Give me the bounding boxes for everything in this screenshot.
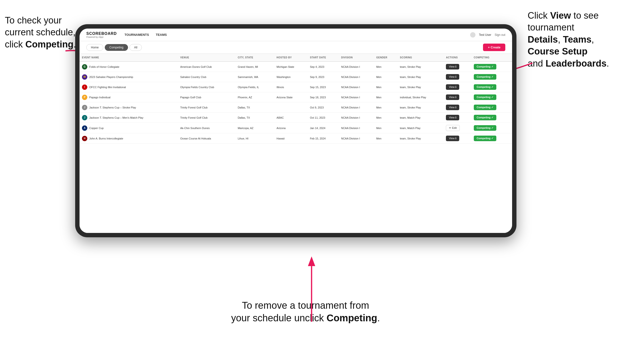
col-city-state: CITY, STATE <box>235 54 274 61</box>
create-button[interactable]: + Create <box>483 44 505 51</box>
event-name-cell-7: H John A. Burns Intercollegiate <box>80 133 178 144</box>
hosted-by-cell: ABAC <box>274 113 308 123</box>
hosted-by-cell: Hawaii <box>274 133 308 144</box>
annotation-top-right: Click View to see tournament Details, Te… <box>528 10 639 69</box>
edit-button[interactable]: ✏ Edit <box>446 125 460 131</box>
venue-cell: Trinity Forest Golf Club <box>178 113 235 123</box>
city-state-cell: Sammamish, WA <box>235 72 274 82</box>
start-date-cell: Sep 18, 2023 <box>308 92 339 102</box>
competing-button[interactable]: Competing ✓ <box>474 84 496 90</box>
filter-tab-competing[interactable]: Competing <box>105 44 128 51</box>
scoring-cell: team, Stroke Play <box>398 72 444 82</box>
competing-button[interactable]: Competing ✓ <box>474 94 496 100</box>
actions-cell-2: View ℹ <box>444 82 471 92</box>
gender-cell: Men <box>374 82 398 92</box>
table-row: W 2023 Sahalee Players Championship Saha… <box>80 72 512 82</box>
hosted-by-cell: Washington <box>274 72 308 82</box>
gender-cell: Men <box>374 61 398 72</box>
event-name: Jackson T. Stephens Cup – Stroke Play <box>89 106 136 109</box>
competing-button[interactable]: Competing ✓ <box>474 74 496 80</box>
competing-button[interactable]: Competing ✓ <box>474 105 496 110</box>
division-cell: NCAA Division I <box>339 92 374 102</box>
table-row: G Folds of Honor Collegiate American Dun… <box>80 61 512 72</box>
event-name-cell-5: J Jackson T. Stephens Cup – Men's Match … <box>80 113 178 123</box>
brand-powered: Powered by clippi <box>86 36 117 38</box>
team-logo: A <box>82 125 87 131</box>
start-date-cell: Sep 4, 2023 <box>308 61 339 72</box>
scoring-cell: individual, Stroke Play <box>398 92 444 102</box>
col-event-name: EVENT NAME <box>80 54 178 61</box>
tablet-frame: SCOREBOARD Powered by clippi TOURNAMENTS… <box>75 24 516 237</box>
event-name: Jackson T. Stephens Cup – Men's Match Pl… <box>89 116 143 119</box>
actions-cell-4: View ℹ <box>444 102 471 113</box>
filter-tab-home[interactable]: Home <box>86 44 103 51</box>
hosted-by-cell: Arizona State <box>274 92 308 102</box>
start-date-cell: Feb 15, 2024 <box>308 133 339 144</box>
table-row: J Jackson T. Stephens Cup – Men's Match … <box>80 113 512 123</box>
event-name-cell-6: A Copper Cup <box>80 123 178 133</box>
gender-cell: Men <box>374 102 398 113</box>
view-button[interactable]: View ℹ <box>446 64 459 69</box>
competing-cell-5: Competing ✓ <box>471 113 512 123</box>
division-cell: NCAA Division I <box>339 102 374 113</box>
actions-cell-3: View ℹ <box>444 92 471 102</box>
start-date-cell: Oct 11, 2023 <box>308 113 339 123</box>
event-name-cell-4: J Jackson T. Stephens Cup – Stroke Play <box>80 102 178 113</box>
team-logo: W <box>82 74 87 80</box>
gender-cell: Men <box>374 133 398 144</box>
city-state-cell: Dallas, TX <box>235 102 274 113</box>
event-name-cell-0: G Folds of Honor Collegiate <box>80 61 178 72</box>
gender-cell: Men <box>374 72 398 82</box>
hosted-by-cell <box>274 102 308 113</box>
filter-tabs: Home Competing All <box>86 44 142 51</box>
navbar-links: TOURNAMENTS TEAMS <box>125 33 470 36</box>
view-button[interactable]: View ℹ <box>446 84 459 90</box>
nav-link-tournaments[interactable]: TOURNAMENTS <box>125 33 149 36</box>
event-name: Folds of Honor Collegiate <box>89 65 119 68</box>
filter-tab-all[interactable]: All <box>130 44 142 51</box>
scoring-cell: team, Stroke Play <box>398 102 444 113</box>
start-date-cell: Sep 9, 2023 <box>308 72 339 82</box>
city-state-cell: Lihue, HI <box>235 133 274 144</box>
col-venue: VENUE <box>178 54 235 61</box>
navbar: SCOREBOARD Powered by clippi TOURNAMENTS… <box>80 28 512 41</box>
col-scoring: SCORING <box>398 54 444 61</box>
division-cell: NCAA Division I <box>339 113 374 123</box>
competing-button[interactable]: Competing ✓ <box>474 64 496 69</box>
competing-cell-7: Competing ✓ <box>471 133 512 144</box>
view-button[interactable]: View ℹ <box>446 136 459 141</box>
competing-button[interactable]: Competing ✓ <box>474 125 496 131</box>
competing-cell-6: Competing ✓ <box>471 123 512 133</box>
city-state-cell: Grand Haven, MI <box>235 61 274 72</box>
table-body: G Folds of Honor Collegiate American Dun… <box>80 61 512 144</box>
venue-cell: Sahalee Country Club <box>178 72 235 82</box>
competing-button[interactable]: Competing ✓ <box>474 136 496 141</box>
competing-button[interactable]: Competing ✓ <box>474 115 496 120</box>
gender-cell: Men <box>374 92 398 102</box>
view-button[interactable]: View ℹ <box>446 74 459 80</box>
nav-link-teams[interactable]: TEAMS <box>156 33 167 36</box>
col-competing: COMPETING <box>471 54 512 61</box>
signout-link[interactable]: Sign out <box>495 33 505 36</box>
start-date-cell: Sep 15, 2023 <box>308 82 339 92</box>
table-container: EVENT NAME VENUE CITY, STATE HOSTED BY S… <box>80 54 512 233</box>
event-name-cell-1: W 2023 Sahalee Players Championship <box>80 72 178 82</box>
team-logo: H <box>82 136 87 141</box>
division-cell: NCAA Division I <box>339 123 374 133</box>
city-state-cell: Olympia Fields, IL <box>235 82 274 92</box>
team-logo: P <box>82 95 87 100</box>
event-name: Papago Individual <box>89 96 110 99</box>
view-button[interactable]: View ℹ <box>446 115 459 120</box>
team-logo: I <box>82 84 87 90</box>
subtoolbar: Home Competing All + Create <box>80 41 512 54</box>
start-date-cell: Oct 9, 2023 <box>308 102 339 113</box>
team-logo: J <box>82 115 87 120</box>
view-button[interactable]: View ℹ <box>446 105 459 110</box>
competing-cell-2: Competing ✓ <box>471 82 512 92</box>
scoring-cell: team, Stroke Play <box>398 61 444 72</box>
col-division: DIVISION <box>339 54 374 61</box>
hosted-by-cell: Michigan State <box>274 61 308 72</box>
view-button[interactable]: View ℹ <box>446 94 459 100</box>
division-cell: NCAA Division I <box>339 61 374 72</box>
user-name: Test User <box>479 33 491 36</box>
